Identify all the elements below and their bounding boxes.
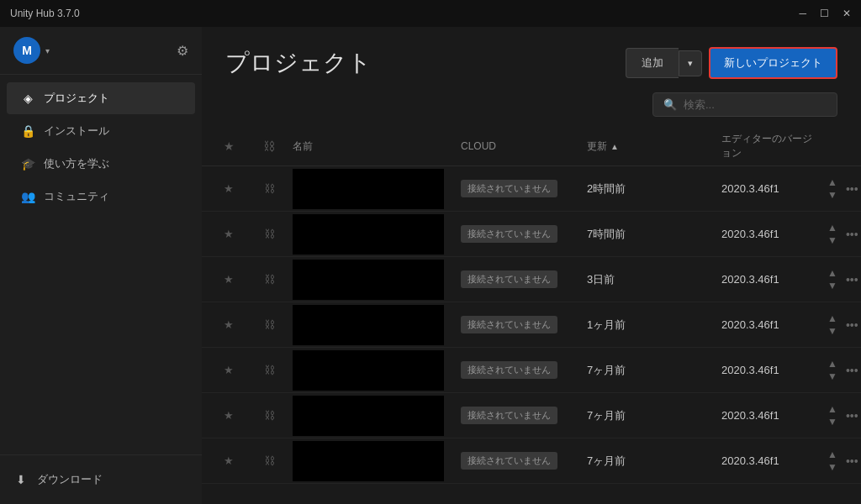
star-icon: ★ (224, 228, 234, 240)
add-button[interactable]: 追加 (626, 48, 679, 78)
table-row[interactable]: ★ ⛓ 接続されていません 7ヶ月前 2020.3.46f1 ▲ (202, 438, 861, 484)
settings-icon[interactable]: ⚙ (177, 43, 188, 59)
sidebar-item-install[interactable]: 🔒 インストール (7, 115, 195, 147)
project-name-cell (289, 396, 457, 436)
header-actions: 追加 ▾ 新しいプロジェクト (626, 47, 837, 79)
table-header: ★ ⛓ 名前 CLOUD 更新 ▲ エディターのバージョン (202, 127, 861, 166)
cloud-link-cell: ⛓ (249, 228, 289, 240)
star-icon: ★ (224, 182, 234, 195)
version-updown-button[interactable]: ▲ ▼ (827, 358, 837, 382)
version-updown-button[interactable]: ▲ ▼ (827, 403, 837, 428)
page-title: プロジェクト (225, 47, 372, 79)
col-updated[interactable]: 更新 ▲ (584, 132, 718, 160)
updated-cell: 2時間前 (584, 181, 718, 197)
col-actions (824, 132, 854, 160)
sidebar-item-projects[interactable]: ◈ プロジェクト (7, 82, 195, 114)
version-cell: 2020.3.46f1 (718, 273, 824, 286)
maximize-button[interactable]: ☐ (820, 8, 829, 19)
star-icon: ★ (224, 364, 234, 376)
cloud-status-cell: 接続されていません (457, 270, 584, 288)
cloud-link-cell: ⛓ (249, 182, 289, 195)
down-icon: ▼ (827, 280, 837, 291)
col-cloud: CLOUD (457, 132, 584, 160)
updated-cell: 7ヶ月前 (584, 363, 718, 378)
favorite-cell: ★ (209, 182, 249, 195)
row-action-cell[interactable]: ▲ ▼ ••• (824, 176, 854, 201)
version-updown-button[interactable]: ▲ ▼ (827, 222, 837, 246)
more-options-button[interactable]: ••• (846, 182, 858, 196)
new-project-button[interactable]: 新しいプロジェクト (709, 47, 837, 79)
add-dropdown-button[interactable]: ▾ (679, 50, 702, 76)
more-options-button[interactable]: ••• (846, 318, 858, 332)
search-box: 🔍 (652, 92, 837, 117)
cloud-link-cell: ⛓ (249, 318, 289, 331)
table-row[interactable]: ★ ⛓ 接続されていません 3日前 2020.3.46f1 ▲ (202, 257, 861, 302)
row-action-cell[interactable]: ▲ ▼ ••• (824, 222, 854, 246)
cloud-badge: 接続されていません (461, 407, 557, 424)
unlink-icon: ⛓ (264, 454, 275, 467)
window-controls[interactable]: ─ ☐ ✕ (799, 8, 851, 19)
row-action-cell[interactable]: ▲ ▼ ••• (824, 449, 854, 473)
more-options-button[interactable]: ••• (846, 364, 858, 377)
down-icon: ▼ (827, 461, 837, 473)
sidebar-item-community[interactable]: 👥 コミュニティ (7, 181, 195, 213)
app-title: Unity Hub 3.7.0 (10, 8, 80, 19)
row-action-cell[interactable]: ▲ ▼ ••• (824, 312, 854, 337)
favorite-cell: ★ (209, 454, 249, 467)
sidebar-item-community-label: コミュニティ (44, 189, 109, 204)
table-row[interactable]: ★ ⛓ 接続されていません 7時間前 2020.3.46f1 ▲ (202, 212, 861, 257)
update-time: 7時間前 (587, 228, 626, 240)
avatar[interactable]: M (13, 37, 40, 64)
version-text: 2020.3.46f1 (721, 364, 779, 376)
project-name-cell (289, 214, 457, 255)
row-actions: ▲ ▼ ••• (827, 403, 851, 428)
version-text: 2020.3.46f1 (721, 273, 779, 286)
table-row[interactable]: ★ ⛓ 接続されていません 7ヶ月前 2020.3.46f1 ▲ (202, 393, 861, 438)
project-thumbnail (293, 214, 444, 255)
avatar-caret-icon[interactable]: ▾ (45, 46, 50, 55)
version-updown-button[interactable]: ▲ ▼ (827, 449, 837, 473)
more-options-button[interactable]: ••• (846, 454, 858, 468)
updated-cell: 3日前 (584, 272, 718, 287)
search-area: 🔍 (202, 92, 861, 127)
download-item[interactable]: ⬇ ダウンロード (13, 465, 188, 494)
version-text: 2020.3.46f1 (721, 182, 779, 195)
updated-cell: 7時間前 (584, 227, 718, 242)
sidebar: M ▾ ⚙ ◈ プロジェクト 🔒 インストール 🎓 使い方を学ぶ 👥 コミュニテ… (0, 27, 202, 504)
sort-icon: ▲ (610, 142, 619, 151)
version-updown-button[interactable]: ▲ ▼ (827, 312, 837, 337)
version-cell: 2020.3.46f1 (718, 409, 824, 422)
install-icon: 🔒 (20, 124, 35, 138)
search-input[interactable] (684, 98, 827, 111)
more-options-button[interactable]: ••• (846, 273, 858, 286)
minimize-button[interactable]: ─ (799, 8, 806, 19)
avatar-area[interactable]: M ▾ (13, 37, 50, 64)
favorite-cell: ★ (209, 273, 249, 286)
content-area: プロジェクト 追加 ▾ 新しいプロジェクト 🔍 ★ ⛓ (202, 27, 861, 504)
row-actions: ▲ ▼ ••• (827, 222, 851, 246)
update-time: 7ヶ月前 (587, 364, 626, 376)
favorite-cell: ★ (209, 364, 249, 376)
more-options-button[interactable]: ••• (846, 228, 858, 241)
row-action-cell[interactable]: ▲ ▼ ••• (824, 358, 854, 382)
table-row[interactable]: ★ ⛓ 接続されていません 1ヶ月前 2020.3.46f1 ▲ (202, 302, 861, 348)
version-updown-button[interactable]: ▲ ▼ (827, 176, 837, 201)
sidebar-item-learn[interactable]: 🎓 使い方を学ぶ (7, 148, 195, 180)
close-button[interactable]: ✕ (843, 8, 851, 19)
down-icon: ▼ (827, 234, 837, 246)
version-updown-button[interactable]: ▲ ▼ (827, 267, 837, 291)
row-action-cell[interactable]: ▲ ▼ ••• (824, 403, 854, 428)
star-icon: ★ (224, 318, 234, 331)
row-actions: ▲ ▼ ••• (827, 449, 851, 473)
version-text: 2020.3.46f1 (721, 318, 779, 331)
star-icon: ★ (224, 139, 235, 153)
more-options-button[interactable]: ••• (846, 409, 858, 423)
sidebar-item-projects-label: プロジェクト (44, 91, 109, 106)
project-name-cell (289, 350, 457, 391)
row-action-cell[interactable]: ▲ ▼ ••• (824, 267, 854, 291)
table-row[interactable]: ★ ⛓ 接続されていません 2時間前 2020.3.46f1 ▲ (202, 166, 861, 212)
table-row[interactable]: ★ ⛓ 接続されていません 7ヶ月前 2020.3.46f1 ▲ (202, 348, 861, 393)
cloud-link-cell: ⛓ (249, 364, 289, 376)
star-icon: ★ (224, 454, 234, 467)
titlebar: Unity Hub 3.7.0 ─ ☐ ✕ (0, 0, 861, 27)
